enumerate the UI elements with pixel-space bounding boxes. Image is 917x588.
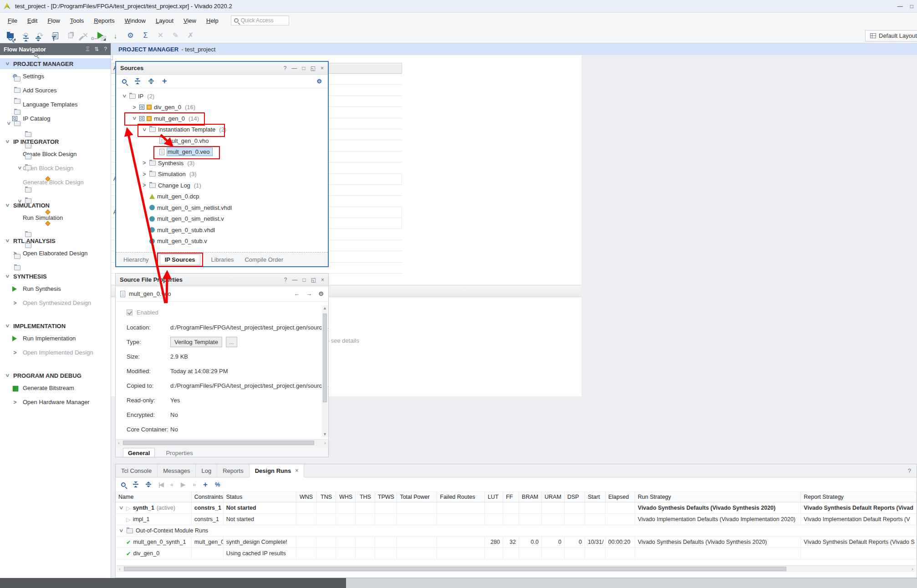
collapse-all-icon[interactable]	[135, 78, 140, 84]
tree-item-change-log[interactable]: >Change Log(1)	[116, 180, 328, 191]
scroll-up-icon[interactable]: ▲	[322, 305, 328, 311]
sidebar-item-run-synthesis[interactable]: Run Synthesis	[0, 282, 111, 296]
help-icon[interactable]: ?	[908, 464, 917, 477]
tree-item-simulation[interactable]: >Simulation(3)	[116, 169, 328, 180]
tab-reports[interactable]: Reports	[217, 464, 250, 477]
create-run-icon[interactable]: +	[203, 480, 208, 489]
scroll-right-icon[interactable]: ›	[909, 566, 916, 573]
search-icon[interactable]	[122, 79, 127, 84]
quick-access-search[interactable]: Quick Access	[231, 15, 289, 25]
column-header-dsp[interactable]: DSP	[565, 492, 585, 502]
tree-item-mult-gen-0-stub-vhdl[interactable]: mult_gen_0_stub.vhdl	[116, 224, 328, 236]
back-icon[interactable]: ←	[294, 290, 300, 297]
chevron-down-icon[interactable]: >	[118, 528, 124, 533]
layout-selector[interactable]: Default Layout	[865, 30, 917, 41]
chevron-down-icon[interactable]: >	[16, 198, 23, 204]
menu-window[interactable]: Window	[120, 15, 151, 26]
forward-icon[interactable]: →	[306, 290, 312, 297]
tree-item-mult-gen-0-veo[interactable]: mult_gen_0.veo	[116, 147, 328, 158]
chevron-down-icon[interactable]: >	[16, 165, 23, 171]
settings-gear-icon[interactable]: ⚙	[316, 78, 322, 85]
run-row-mult-gen-0-synth-1[interactable]: ✔mult_gen_0_synth_1mult_gen_0synth_desig…	[116, 537, 917, 548]
menu-reports[interactable]: Reports	[89, 15, 120, 26]
tab-general[interactable]: General	[123, 448, 155, 457]
tree-item-ip[interactable]: >IP(2)	[116, 91, 328, 102]
tab-log[interactable]: Log	[196, 464, 217, 477]
horizontal-scrollbar[interactable]: ‹ ›	[116, 439, 328, 446]
float-icon[interactable]: ◱	[311, 65, 316, 71]
enabled-checkbox[interactable]	[127, 309, 132, 315]
chevron-down-icon[interactable]: >	[4, 203, 10, 208]
tab-design-runs[interactable]: Design Runs×	[250, 464, 304, 477]
chevron-down-icon[interactable]: >	[4, 323, 10, 329]
column-header-bram[interactable]: BRAM	[519, 492, 542, 502]
sidebar-section-project-manager[interactable]: >PROJECT MANAGER	[0, 58, 111, 69]
chevron-right-icon[interactable]: >	[142, 171, 147, 177]
tab-hierarchy[interactable]: Hierarchy	[123, 256, 149, 263]
column-header-ths[interactable]: THS	[356, 492, 375, 502]
chevron-down-icon[interactable]: >	[121, 93, 127, 99]
float-icon[interactable]: ◱	[311, 277, 316, 283]
tab-messages[interactable]: Messages	[158, 464, 196, 477]
column-header-report-strategy[interactable]: Report Strategy	[801, 492, 917, 502]
search-icon[interactable]	[121, 482, 126, 487]
expand-icon[interactable]: ⇅	[94, 46, 99, 52]
chevron-down-icon[interactable]: >	[4, 373, 10, 378]
tree-item-mult-gen-0-dcp[interactable]: mult_gen_0.dcp	[116, 191, 328, 203]
column-header-constraints[interactable]: Constraints	[192, 492, 224, 502]
sidebar-section-program-and-debug[interactable]: >PROGRAM AND DEBUG	[0, 370, 111, 381]
close-icon[interactable]: ×	[295, 467, 298, 474]
chevron-down-icon[interactable]: >	[4, 274, 10, 279]
chevron-down-icon[interactable]: >	[4, 61, 10, 66]
chevron-down-icon[interactable]: >	[141, 127, 148, 132]
column-header-start[interactable]: Start	[585, 492, 606, 502]
sidebar-item-run-simulation[interactable]: Run Simulation	[0, 211, 111, 225]
menu-tools[interactable]: Tools	[65, 15, 89, 26]
column-header-name[interactable]: Name	[116, 492, 192, 502]
vertical-scrollbar[interactable]: ▲ ▼	[322, 305, 328, 437]
report-button[interactable]: Σ	[140, 30, 151, 41]
minimize-icon[interactable]: —	[291, 65, 297, 71]
chevron-right-icon[interactable]: >	[142, 160, 147, 166]
chevron-down-icon[interactable]: >	[5, 121, 12, 126]
tab-libraries[interactable]: Libraries	[211, 256, 234, 263]
column-header-wns[interactable]: WNS	[296, 492, 317, 502]
tab-compile-order[interactable]: Compile Order	[245, 256, 283, 263]
help-icon[interactable]: ?	[104, 46, 107, 52]
column-header-status[interactable]: Status	[224, 492, 296, 502]
settings-gear-icon[interactable]: ⚙	[318, 290, 324, 297]
file-type-button[interactable]: Verilog Template	[170, 337, 222, 347]
tab-properties[interactable]: Properties	[166, 450, 193, 456]
collapse-all-icon[interactable]: Ξ	[86, 46, 89, 52]
settings-button[interactable]: ⚙	[125, 30, 136, 41]
chevron-right-icon[interactable]: >	[12, 350, 18, 356]
tab-tcl-console[interactable]: Tcl Console	[116, 464, 158, 477]
column-header-whs[interactable]: WHS	[336, 492, 356, 502]
tree-item-synthesis[interactable]: >Synthesis(3)	[116, 157, 328, 169]
scroll-left-icon[interactable]: ‹	[116, 440, 122, 446]
column-header-total-power[interactable]: Total Power	[397, 492, 437, 502]
generate-binary-button[interactable]: ↓	[110, 30, 121, 41]
horizontal-scrollbar[interactable]: ‹ ›	[117, 565, 916, 572]
chevron-right-icon[interactable]: >	[12, 399, 18, 406]
tree-item-div-gen-0[interactable]: >div_gen_0(16)	[116, 102, 328, 113]
chevron-right-icon[interactable]: >	[132, 104, 137, 111]
column-header-uram[interactable]: URAM	[542, 492, 565, 502]
tree-item-mult-gen-0-vho[interactable]: mult_gen_0.vho	[116, 135, 328, 147]
menu-help[interactable]: Help	[201, 15, 224, 26]
sidebar-section-ip-integrator[interactable]: >IP INTEGRATOR	[0, 136, 111, 147]
scroll-down-icon[interactable]: ▼	[322, 431, 328, 437]
column-header-ff[interactable]: FF	[503, 492, 519, 502]
scroll-left-icon[interactable]: ‹	[117, 566, 123, 573]
column-header-run-strategy[interactable]: Run Strategy	[635, 492, 801, 502]
close-icon[interactable]: ×	[321, 65, 324, 71]
sidebar-section-rtl-analysis[interactable]: >RTL ANALYSIS	[0, 235, 111, 246]
scroll-right-icon[interactable]: ›	[322, 440, 328, 446]
chevron-right-icon[interactable]: >	[142, 182, 147, 188]
sidebar-item-create-block-design[interactable]: Create Block Design	[0, 147, 111, 161]
tree-item-mult-gen-0-sim-netlist-vhdl[interactable]: mult_gen_0_sim_netlist.vhdl	[116, 202, 328, 213]
more-options-button[interactable]: ...	[226, 337, 237, 347]
add-sources-icon[interactable]: +	[162, 76, 167, 86]
column-header-tns[interactable]: TNS	[317, 492, 336, 502]
run-row-impl-1[interactable]: ▷impl_1constrs_1Not startedVivado Implem…	[116, 514, 917, 525]
